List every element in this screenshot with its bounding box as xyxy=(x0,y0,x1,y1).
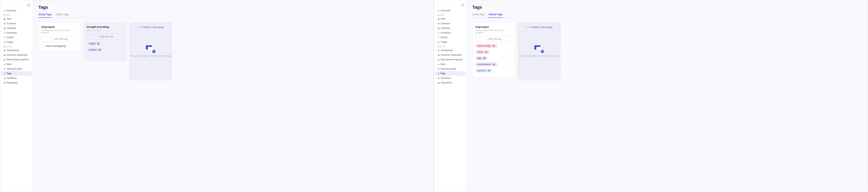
tags-area: Ungrouped ··· Existing tags that haven't… xyxy=(38,22,428,80)
add-tag-label: Add new tag xyxy=(488,38,501,40)
left-panel: × ⊞ Overview Group ▦ Plan ◉ Screener ▦ C… xyxy=(0,0,434,192)
tag-dots-menu[interactable]: ··· xyxy=(74,44,78,47)
drag-icon: + xyxy=(534,45,544,53)
sidebar-item-overview[interactable]: ⊞ Overview xyxy=(1,8,32,13)
tags-icon: ◇ xyxy=(4,72,5,75)
sidebar-item-tags[interactable]: ◇ Tags xyxy=(1,71,32,76)
tag-pill-insight: insight 0 xyxy=(87,41,102,46)
sidebar-item-incentives[interactable]: ◈ Incentives xyxy=(435,30,466,35)
sidebar-item-recruitment-requests[interactable]: ◉ Recruitment requests xyxy=(435,57,466,62)
tab-study-tags[interactable]: Study Tags xyxy=(38,13,52,18)
group-add-new-tag-button[interactable]: + Add new tag xyxy=(87,34,123,39)
sidebar-item-incentives[interactable]: ◈ Incentives xyxy=(1,30,32,35)
add-new-tag-button[interactable]: + Add new tag xyxy=(41,36,78,42)
sidebar-item-calendar[interactable]: ▦ Calendar xyxy=(1,26,32,30)
sidebar-item-label: Plan xyxy=(441,18,445,20)
plus-icon: + xyxy=(486,38,487,40)
tag-pill-consideration: consideration 4 xyxy=(475,62,497,66)
sidebar-item-tags[interactable]: ◇ Tags xyxy=(435,71,466,76)
sidebar-item-interview-guide[interactable]: ▤ Interview guide xyxy=(1,66,32,71)
ungrouped-dots-menu[interactable]: ··· xyxy=(509,25,512,28)
sidebar-item-plan[interactable]: ▦ Plan xyxy=(1,17,32,21)
tag-pill-label: consideration xyxy=(477,63,491,66)
sidebar-item-emails[interactable]: ✉ Emails xyxy=(1,35,32,40)
sidebar-item-data[interactable]: ◈ Data xyxy=(435,62,466,66)
tag-pill-dots-menu[interactable]: ··· xyxy=(120,42,123,46)
create-new-group-button[interactable]: + + Create a new group xyxy=(130,26,172,29)
sidebar-item-screener-responses[interactable]: ▦ Screener responses xyxy=(1,53,32,57)
sidebar-item-participants[interactable]: ◉ Participants xyxy=(1,48,32,53)
sidebar-item-recruitment-requests[interactable]: ◉ Recruitment requests xyxy=(1,57,32,62)
sidebar-item-screener-responses[interactable]: ▦ Screener responses xyxy=(435,53,466,57)
sidebar-item-synthesis[interactable]: ◉ Synthesis xyxy=(1,76,32,81)
tab-global-tags[interactable]: Global Tags xyxy=(56,13,69,18)
tag-pill-label: insight xyxy=(89,42,95,45)
sidebar-item-participants[interactable]: ◉ Participants xyxy=(435,48,466,53)
plus-icon: + xyxy=(137,26,139,29)
tag-checkbox[interactable] xyxy=(42,45,44,47)
sidebar-item-label: Synthesis xyxy=(7,77,17,79)
interview-guide-icon: ▤ xyxy=(4,68,6,70)
recruitment-requests-icon: ◉ xyxy=(4,58,6,61)
interview-guide-icon: ▤ xyxy=(438,68,440,70)
pages-icon: ▤ xyxy=(4,41,6,43)
participants-icon: ◉ xyxy=(438,49,440,52)
create-new-group-button[interactable]: + + Create a new group xyxy=(518,26,560,29)
tag-pill-count: 2 xyxy=(487,69,491,72)
tag-pill-creative: creative 0 xyxy=(87,47,103,52)
tab-study-tags[interactable]: Study Tags xyxy=(472,13,485,18)
tag-pill-dots-menu[interactable]: ··· xyxy=(509,45,512,48)
tag-pill-dots-menu[interactable]: ··· xyxy=(509,57,512,60)
add-new-tag-button[interactable]: + Add new tag xyxy=(475,36,512,42)
create-new-group-card[interactable]: + + Create a new group + Drag & drop tag… xyxy=(129,22,172,80)
sidebar-item-data[interactable]: ◈ Data xyxy=(1,62,32,66)
sidebar-item-overview[interactable]: ⊞ Overview xyxy=(435,8,466,13)
plus-icon: + xyxy=(97,35,99,38)
group-dots-menu[interactable]: ··· xyxy=(120,25,123,28)
sidebar-item-repository[interactable]: ▦ Repository xyxy=(435,81,466,85)
tag-pill-count: 0 xyxy=(97,42,100,45)
sidebar-close-area: × xyxy=(0,3,33,8)
ungrouped-title: Ungrouped ··· xyxy=(41,25,78,28)
close-sidebar-button[interactable]: × xyxy=(27,3,30,7)
right-sidebar: × ⊞ Overview Group ▦ Plan ◉ Screener ▦ C… xyxy=(434,0,467,192)
sidebar-item-pages[interactable]: ▤ Pages xyxy=(1,40,32,44)
screener-icon: ◉ xyxy=(438,22,440,25)
sidebar-item-screener[interactable]: ◉ Screener xyxy=(1,21,32,26)
incentives-icon: ◈ xyxy=(4,32,5,34)
sidebar-item-label: Incentives xyxy=(6,31,17,34)
sidebar-item-label: Repository xyxy=(441,82,452,84)
sidebar-item-emails[interactable]: ✉ Emails xyxy=(435,35,466,40)
sidebar-item-repository[interactable]: ▦ Repository xyxy=(1,81,32,85)
sidebar-item-label: Pages xyxy=(7,41,13,43)
tag-pill-dots-menu[interactable]: ··· xyxy=(120,49,123,52)
sidebar-item-synthesis[interactable]: ◉ Synthesis xyxy=(435,76,466,81)
sidebar-item-interview-guide[interactable]: ▤ Interview guide xyxy=(435,66,466,71)
sidebar-item-plan[interactable]: ▦ Plan xyxy=(435,17,466,21)
right-panel: × ⊞ Overview Group ▦ Plan ◉ Screener ▦ C… xyxy=(434,0,868,192)
sidebar-item-label: Tags xyxy=(440,72,445,75)
create-new-group-card[interactable]: + + Create a new group + Drag & drop tag… xyxy=(518,22,560,80)
close-sidebar-button[interactable]: × xyxy=(461,3,464,7)
sidebar-item-pages[interactable]: ▤ Pages xyxy=(435,40,466,44)
page-title: Tags xyxy=(38,5,428,10)
overview-icon: ⊞ xyxy=(438,9,439,12)
sidebar-item-screener[interactable]: ◉ Screener xyxy=(435,21,466,26)
tag-pill-dots-menu[interactable]: ··· xyxy=(509,63,512,66)
drag-drop-area: + Drag & drop tags to create a new group xyxy=(519,45,559,57)
tag-label-row: needs investigating 0 xyxy=(42,45,74,47)
ungrouped-dots-menu[interactable]: ··· xyxy=(75,25,78,28)
tag-pill-row-question: question 2 ··· xyxy=(475,68,512,74)
tag-pill-dots-menu[interactable]: ··· xyxy=(509,70,512,73)
screener-responses-icon: ▦ xyxy=(4,54,6,56)
tag-pill-dots-menu[interactable]: ··· xyxy=(509,51,512,54)
sidebar-item-calendar[interactable]: ▦ Calendar xyxy=(435,26,466,30)
tab-global-tags[interactable]: Global Tags xyxy=(489,13,503,18)
ungrouped-card: Ungrouped ··· Existing tags that haven't… xyxy=(38,22,81,51)
drag-drop-text: Drag & drop tags to create a new group xyxy=(130,55,171,57)
tag-pill-label: needs design xyxy=(477,44,491,47)
sidebar-section-group: Group xyxy=(0,13,33,17)
pages-icon: ▤ xyxy=(438,41,440,43)
tag-pill-idea: idea 3 xyxy=(475,56,488,60)
plan-icon: ▦ xyxy=(438,18,440,20)
